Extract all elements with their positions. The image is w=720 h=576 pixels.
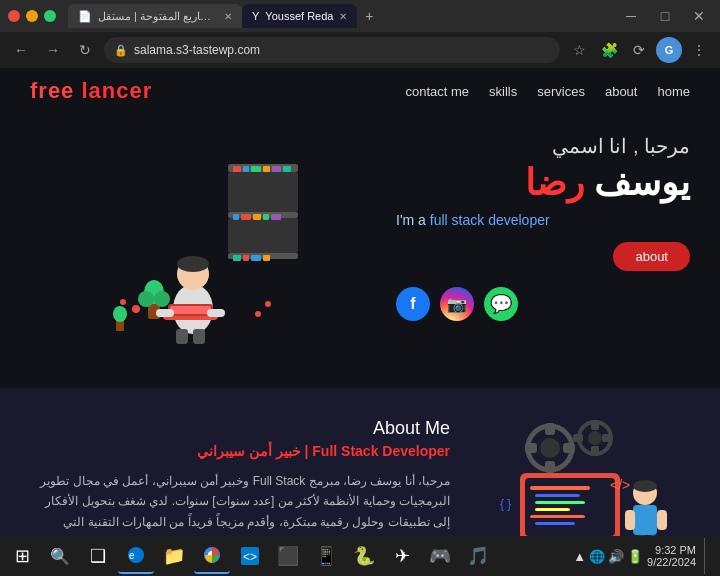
svg-point-37: [113, 306, 127, 322]
svg-point-39: [255, 311, 261, 317]
svg-point-63: [633, 480, 657, 492]
maximize-window-btn[interactable]: [44, 10, 56, 22]
tray-arrow[interactable]: ▲: [573, 549, 586, 564]
hero-name-red: رضا: [525, 162, 584, 203]
svg-point-24: [132, 305, 140, 313]
nav-skills[interactable]: skills: [489, 84, 517, 99]
nav-services[interactable]: services: [537, 84, 585, 99]
sync-btn[interactable]: ⟳: [626, 37, 652, 63]
hero-subtitle: I'm a full stack developer: [396, 212, 690, 228]
tab-1-favicon: 📄: [78, 10, 92, 23]
hero-name-white: يوسف: [594, 162, 690, 203]
profile-btn[interactable]: G: [656, 37, 682, 63]
svg-text:<>: <>: [243, 550, 257, 564]
hero-body: مرحبا , انا اسمي يوسف رضا I'm a full sta…: [0, 114, 720, 374]
tab-1[interactable]: 📄 المشاريع المفتوحة | مستقل ✕: [68, 4, 242, 28]
svg-text:{ }: { }: [500, 497, 511, 511]
taskbar-edge[interactable]: e: [118, 538, 154, 574]
hero-greeting: مرحبا , انا اسمي: [396, 134, 690, 158]
svg-rect-3: [243, 166, 249, 172]
hero-subtitle-highlight: full stack developer: [430, 212, 550, 228]
svg-rect-7: [283, 166, 291, 172]
taskbar: ⊞ 🔍 ❑ e 📁 <> ⬛ 📱 🐍 ✈ 🎮 🎵 ▲ 🌐 🔊 🔋 9:32 PM: [0, 536, 720, 576]
taskbar-discord[interactable]: 🎮: [422, 538, 458, 574]
minimize-btn[interactable]: ─: [618, 3, 644, 29]
whatsapp-icon[interactable]: 💬: [484, 287, 518, 321]
svg-rect-19: [263, 255, 270, 261]
new-tab-btn[interactable]: +: [357, 4, 381, 28]
reload-btn[interactable]: ↻: [72, 37, 98, 63]
nav-home[interactable]: home: [657, 84, 690, 99]
tray-network[interactable]: 🌐: [589, 549, 605, 564]
toolbar-actions: ☆ 🧩 ⟳ G ⋮: [566, 37, 712, 63]
svg-rect-5: [263, 166, 270, 172]
tray-battery[interactable]: 🔋: [627, 549, 643, 564]
minimize-window-btn[interactable]: [26, 10, 38, 22]
nav-links: contact me skills services about home: [405, 82, 690, 100]
tray-volume[interactable]: 🔊: [608, 549, 624, 564]
taskbar-terminal[interactable]: ⬛: [270, 538, 306, 574]
taskbar-python[interactable]: 🐍: [346, 538, 382, 574]
forward-btn[interactable]: →: [40, 37, 66, 63]
logo-lancer: lancer: [81, 78, 152, 103]
back-btn[interactable]: ←: [8, 37, 34, 63]
svg-text:e: e: [129, 550, 135, 561]
svg-rect-49: [591, 446, 599, 456]
svg-rect-9: [228, 218, 298, 253]
system-tray-icons: ▲ 🌐 🔊 🔋: [573, 549, 643, 564]
restore-btn[interactable]: □: [652, 3, 678, 29]
about-button[interactable]: about: [613, 242, 690, 271]
hero-name: يوسف رضا: [396, 162, 690, 204]
svg-rect-32: [176, 329, 188, 344]
social-icons: 💬 📷 f: [396, 287, 690, 321]
menu-btn[interactable]: ⋮: [686, 37, 712, 63]
facebook-icon[interactable]: f: [396, 287, 430, 321]
svg-rect-10: [233, 214, 239, 220]
svg-rect-13: [263, 214, 269, 220]
tab-2[interactable]: Y Youssef Reda ✕: [242, 4, 357, 28]
svg-point-25: [120, 299, 126, 305]
taskbar-icons: ❑ e 📁 <> ⬛ 📱 🐍 ✈ 🎮 🎵: [80, 538, 571, 574]
svg-rect-18: [251, 255, 261, 261]
taskbar-telegram[interactable]: ✈: [384, 538, 420, 574]
bookmark-btn[interactable]: ☆: [566, 37, 592, 63]
instagram-icon[interactable]: 📷: [440, 287, 474, 321]
show-desktop-btn[interactable]: [704, 538, 708, 574]
tab-2-label: Youssef Reda: [265, 10, 333, 22]
taskbar-vscode[interactable]: <>: [232, 538, 268, 574]
start-button[interactable]: ⊞: [4, 538, 40, 574]
svg-rect-58: [530, 515, 585, 518]
svg-point-47: [588, 431, 602, 445]
svg-rect-44: [525, 443, 537, 453]
taskbar-explorer[interactable]: 📁: [156, 538, 192, 574]
window-controls: [8, 10, 56, 22]
svg-rect-51: [602, 434, 612, 442]
taskbar-android[interactable]: 📱: [308, 538, 344, 574]
close-btn[interactable]: ✕: [686, 3, 712, 29]
url-bar[interactable]: 🔒 salama.s3-tastewp.com: [104, 37, 560, 63]
nav-about[interactable]: about: [605, 84, 638, 99]
svg-rect-12: [253, 214, 261, 220]
tab-2-favicon: Y: [252, 10, 259, 22]
taskbar-spotify[interactable]: 🎵: [460, 538, 496, 574]
svg-rect-65: [625, 510, 635, 530]
taskbar-task-view[interactable]: ❑: [80, 538, 116, 574]
svg-point-41: [540, 438, 560, 458]
close-window-btn[interactable]: [8, 10, 20, 22]
hero-text: مرحبا , انا اسمي يوسف رضا I'm a full sta…: [396, 114, 720, 374]
taskbar-chrome[interactable]: [194, 538, 230, 574]
nav-contact[interactable]: contact me: [405, 84, 469, 99]
extensions-btn[interactable]: 🧩: [596, 37, 622, 63]
tab-2-close[interactable]: ✕: [339, 11, 347, 22]
taskbar-search[interactable]: 🔍: [42, 538, 78, 574]
tab-1-close[interactable]: ✕: [224, 11, 232, 22]
svg-rect-55: [535, 494, 580, 497]
svg-point-22: [138, 291, 154, 307]
svg-rect-31: [170, 306, 211, 314]
svg-rect-56: [535, 501, 585, 504]
system-clock[interactable]: 9:32 PM 9/22/2024: [647, 544, 696, 568]
svg-rect-16: [233, 255, 241, 261]
site-nav: free lancer contact me skills services a…: [0, 68, 720, 114]
browser-tabs: 📄 المشاريع المفتوحة | مستقل ✕ Y Youssef …: [68, 4, 381, 28]
browser-titlebar: 📄 المشاريع المفتوحة | مستقل ✕ Y Youssef …: [0, 0, 720, 32]
